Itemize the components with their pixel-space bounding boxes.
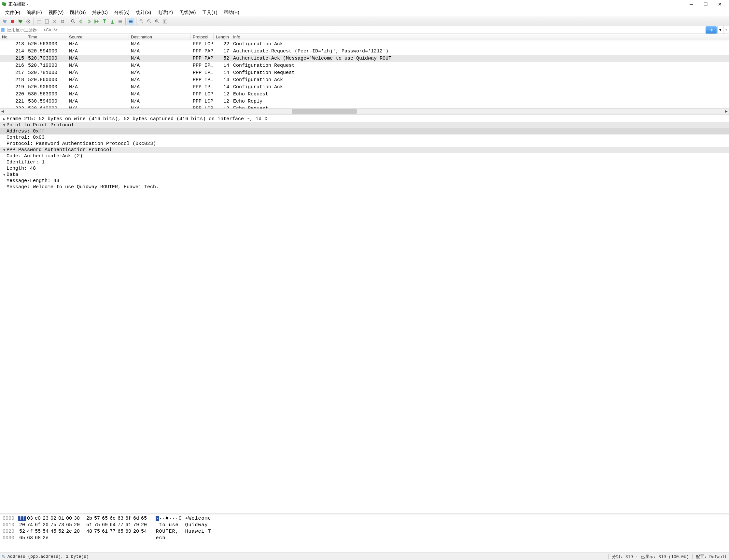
menu-item[interactable]: 分析(A) [111, 9, 133, 17]
packet-row[interactable]: 221530.594000N/AN/APPP LCP12Echo Reply [0, 98, 729, 105]
menu-item[interactable]: 编辑(E) [23, 9, 45, 17]
open-file-icon[interactable] [35, 18, 43, 25]
packet-list-body[interactable]: 213520.563000N/AN/APPP LCP22Configuratio… [0, 40, 729, 108]
column-header-time[interactable]: Time [26, 34, 67, 40]
packet-details-pane[interactable]: ▶Frame 215: 52 bytes on wire (416 bits),… [0, 115, 729, 514]
tree-pap-msglen[interactable]: Message-Length: 43 [0, 178, 729, 184]
menu-item[interactable]: 捕获(C) [89, 9, 111, 17]
status-field: Address (ppp.address), 1 byte(s) [7, 554, 89, 559]
hex-pane[interactable]: 0000001000200030 ff03c023020100302b57656… [0, 514, 729, 553]
restart-capture-icon[interactable] [17, 18, 24, 25]
find-icon[interactable] [70, 18, 77, 25]
menu-item[interactable]: 电话(Y) [154, 9, 176, 17]
go-last-icon[interactable] [109, 18, 116, 25]
collapse-icon[interactable]: ▼ [2, 173, 7, 177]
packet-cell-proto: PPP LCP [191, 41, 214, 47]
tree-pap-length[interactable]: Length: 48 [0, 165, 729, 172]
packet-cell-info: Echo Request [231, 91, 729, 97]
packet-cell-time: 520.594000 [26, 49, 67, 54]
colorize-icon[interactable] [127, 18, 134, 25]
menu-item[interactable]: 文件(F) [2, 9, 23, 17]
packet-list-header[interactable]: No. Time Source Destination Protocol Len… [0, 34, 729, 40]
menu-item[interactable]: 视图(V) [45, 9, 67, 17]
packet-row[interactable]: 217520.781000N/AN/APPP IP…14Configuratio… [0, 69, 729, 76]
auto-scroll-icon[interactable] [117, 18, 124, 25]
menu-item[interactable]: 无线(W) [176, 9, 199, 17]
save-file-icon[interactable] [43, 18, 50, 25]
packet-cell-info: Configuration Ack [231, 41, 729, 47]
tree-ppp-protocol[interactable]: Protocol: Password Authentication Protoc… [0, 141, 729, 147]
add-filter-button[interactable]: + [723, 26, 729, 34]
reload-icon[interactable] [59, 18, 66, 25]
go-first-icon[interactable] [101, 18, 108, 25]
packet-cell-time: 520.860000 [26, 77, 67, 83]
menu-item[interactable]: 统计(S) [133, 9, 155, 17]
scroll-right-icon[interactable]: ▶ [724, 109, 729, 114]
packet-row[interactable]: 220530.563000N/AN/APPP LCP12Echo Request [0, 91, 729, 98]
packet-row[interactable]: 213520.563000N/AN/APPP LCP22Configuratio… [0, 40, 729, 48]
maximize-button[interactable]: ☐ [698, 0, 713, 8]
packet-row[interactable]: 219520.906000N/AN/APPP IP…14Configuratio… [0, 83, 729, 91]
apply-filter-button[interactable] [706, 26, 717, 34]
zoom-reset-icon[interactable]: 1 [154, 18, 161, 25]
packet-cell-len: 52 [214, 56, 231, 61]
menu-item[interactable]: 工具(T) [199, 9, 220, 17]
tree-pap-identifier[interactable]: Identifier: 1 [0, 159, 729, 165]
capture-options-icon[interactable] [25, 18, 32, 25]
resize-columns-icon[interactable] [161, 18, 169, 25]
packet-row[interactable]: 218520.860000N/AN/APPP IP…14Configuratio… [0, 76, 729, 83]
packet-row[interactable]: 216520.719000N/AN/APPP IP…14Configuratio… [0, 62, 729, 69]
packet-cell-time: 520.703000 [26, 56, 67, 61]
menu-item[interactable]: 帮助(H) [220, 9, 242, 17]
scroll-left-icon[interactable]: ◀ [0, 109, 5, 114]
column-header-source[interactable]: Source [67, 34, 129, 40]
expand-icon[interactable]: ▶ [2, 117, 7, 121]
packet-cell-info: Configuration Request [231, 63, 729, 68]
tree-ppp-control[interactable]: Control: 0x03 [0, 134, 729, 141]
tree-ppp-address[interactable]: Address: 0xff [0, 128, 729, 134]
stop-capture-icon[interactable] [9, 18, 16, 25]
start-capture-icon[interactable] [1, 18, 8, 25]
collapse-icon[interactable]: ▼ [2, 148, 7, 152]
column-header-no[interactable]: No. [0, 34, 26, 40]
packet-cell-dst: N/A [129, 77, 191, 83]
filter-history-dropdown[interactable]: ▾ [717, 26, 723, 34]
packet-cell-info: Configuration Ack [231, 84, 729, 90]
tree-pap-data[interactable]: ▼Data [0, 172, 729, 178]
tree-pap-code[interactable]: Code: Authenticate-Ack (2) [0, 153, 729, 159]
column-header-length[interactable]: Length [214, 34, 231, 40]
collapse-icon[interactable]: ▼ [2, 123, 7, 127]
expert-info-icon[interactable]: ✎ [2, 553, 5, 560]
status-profile[interactable]: 配置: Default [696, 554, 727, 560]
tree-pap-message[interactable]: Message: Welcome to use Quidway ROUTER, … [0, 184, 729, 190]
minimize-button[interactable]: ─ [684, 0, 698, 8]
tree-frame[interactable]: ▶Frame 215: 52 bytes on wire (416 bits),… [0, 116, 729, 122]
packet-cell-no: 222 [0, 106, 26, 109]
zoom-out-icon[interactable] [146, 18, 153, 25]
close-button[interactable]: ✕ [713, 0, 727, 8]
tree-pap[interactable]: ▼PPP Password Authentication Protocol [0, 147, 729, 153]
column-header-protocol[interactable]: Protocol [191, 34, 214, 40]
display-filter-input[interactable] [6, 26, 706, 34]
close-file-icon[interactable] [51, 18, 58, 25]
zoom-in-icon[interactable] [138, 18, 145, 25]
menu-item[interactable]: 跳转(G) [67, 9, 89, 17]
packet-cell-info: Configuration Request [231, 70, 729, 76]
scroll-thumb[interactable] [292, 109, 357, 114]
packet-row[interactable]: 222530.610000N/AN/APPP LCP12Echo Request [0, 105, 729, 108]
column-header-info[interactable]: Info [231, 34, 729, 40]
go-back-icon[interactable] [77, 18, 85, 25]
packet-cell-len: 22 [214, 41, 231, 47]
hex-bytes[interactable]: ff03c023020100302b57656c636f6d6520746f20… [18, 516, 148, 551]
column-header-destination[interactable]: Destination [129, 34, 191, 40]
window-title: 正在捕获 - [8, 1, 28, 7]
horizontal-scrollbar[interactable]: ◀ ▶ [0, 108, 729, 114]
packet-cell-proto: PPP LCP [191, 106, 214, 109]
goto-packet-icon[interactable] [93, 18, 100, 25]
bookmark-filter-icon[interactable] [0, 26, 6, 34]
go-forward-icon[interactable] [85, 18, 92, 25]
tree-ppp[interactable]: ▼Point-to-Point Protocol [0, 122, 729, 128]
packet-row[interactable]: 215520.703000N/AN/APPP PAP52Authenticate… [0, 55, 729, 62]
hex-ascii[interactable]: ···#···0+Welcome to use Quidway ROUTER, … [156, 516, 211, 551]
packet-row[interactable]: 214520.594000N/AN/APPP PAP17Authenticate… [0, 48, 729, 55]
